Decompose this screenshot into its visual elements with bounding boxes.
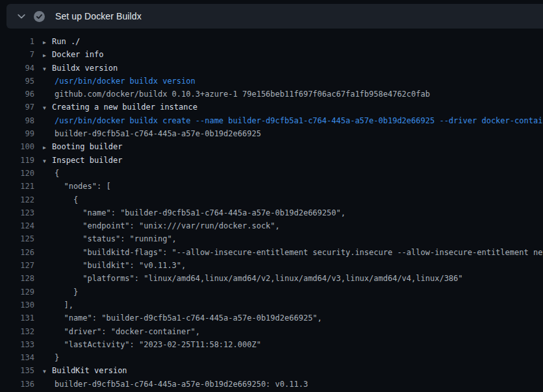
log-line[interactable]: 7 ▶ Docker info [0,48,543,61]
log-line-text: /usr/bin/docker buildx create --name bui… [55,114,543,127]
log-line-text: "platforms": "linux/amd64,linux/amd64/v2… [55,272,463,285]
chevron-down-icon[interactable] [17,12,26,21]
log-line[interactable]: 100 ▶ Booting builder [0,140,543,153]
line-number[interactable]: 125 [0,232,34,245]
log-line-text: "name": "builder-d9cfb5a1-c764-445a-a57e… [55,312,322,325]
log-line: 98 /usr/bin/docker buildx create --name … [0,114,543,127]
log-line-text: "endpoint": "unix:///var/run/docker.sock… [55,219,280,232]
line-number[interactable]: 133 [0,338,34,351]
line-number[interactable]: 124 [0,219,34,232]
log-line: 127 "buildkit": "v0.11.3", [0,259,543,272]
log-line-text: Buildx version [52,62,118,75]
line-number[interactable]: 1 [0,35,34,48]
log-line: 131 "name": "builder-d9cfb5a1-c764-445a-… [0,312,543,325]
log-line-text: "name": "builder-d9cfb5a1-c764-445a-a57e… [55,206,346,219]
line-number[interactable]: 97 [0,101,34,114]
log-line-text: } [55,351,59,364]
log-line: 96 github.com/docker/buildx 0.10.3+azure… [0,88,543,101]
log-line-text: "buildkit": "v0.11.3", [55,259,186,272]
log-line-text: "buildkitd-flags": "--allow-insecure-ent… [55,246,543,259]
line-number[interactable]: 96 [0,88,34,101]
log-line[interactable]: 119 ▼ Inspect builder [0,154,543,167]
log-line-text: "lastActivity": "2023-02-25T11:58:12.000… [55,338,261,351]
line-number[interactable]: 98 [0,114,34,127]
log-line-text: "status": "running", [55,232,177,245]
log-line: 134 } [0,351,543,364]
log-line: 121 "nodes": [ [0,180,543,193]
line-number[interactable]: 119 [0,154,34,167]
line-number[interactable]: 99 [0,127,34,140]
line-number[interactable]: 135 [0,364,34,377]
step-title: Set up Docker Buildx [55,11,142,21]
log-line: 126 "buildkitd-flags": "--allow-insecure… [0,246,543,259]
log-line-text: Creating a new builder instance [52,101,197,114]
log-line-text: ], [55,299,73,312]
line-number[interactable]: 134 [0,351,34,364]
line-number[interactable]: 122 [0,193,34,206]
line-number[interactable]: 95 [0,75,34,88]
line-number[interactable]: 132 [0,325,34,338]
line-number[interactable]: 136 [0,378,34,391]
log-line[interactable]: 97 ▼ Creating a new builder instance [0,101,543,114]
log-line-text: Inspect builder [52,154,122,167]
triangle-down-icon: ▼ [43,63,52,75]
triangle-down-icon: ▼ [43,365,52,377]
log-line[interactable]: 135 ▼ BuildKit version [0,364,543,377]
log-line: 124 "endpoint": "unix:///var/run/docker.… [0,219,543,232]
triangle-down-icon: ▼ [43,155,52,167]
log-line: 123 "name": "builder-d9cfb5a1-c764-445a-… [0,206,543,219]
log-line: 136 builder-d9cfb5a1-c764-445a-a57e-0b19… [0,378,543,391]
line-number[interactable]: 127 [0,259,34,272]
line-number[interactable]: 126 [0,246,34,259]
line-number[interactable]: 121 [0,180,34,193]
log-line-text: { [55,193,78,206]
line-number[interactable]: 7 [0,48,34,61]
log-line-text: "driver": "docker-container", [55,325,200,338]
log-line-text: builder-d9cfb5a1-c764-445a-a57e-0b19d2e6… [55,127,261,140]
line-number[interactable]: 128 [0,272,34,285]
triangle-right-icon: ▶ [43,49,52,61]
line-number[interactable]: 100 [0,140,34,153]
step-header[interactable]: Set up Docker Buildx [6,4,543,29]
log-line-text: github.com/docker/buildx 0.10.3+azure-1 … [55,88,430,101]
log-line-text: } [55,286,78,299]
log-line-text: /usr/bin/docker buildx version [55,75,196,88]
workflow-log-panel: Set up Docker Buildx 1 ▶ Run ./ 7 ▶ Dock… [0,0,543,392]
log-line-text: Docker info [52,48,103,61]
log-line: 132 "driver": "docker-container", [0,325,543,338]
log-line: 95 /usr/bin/docker buildx version [0,75,543,88]
log-line: 133 "lastActivity": "2023-02-25T11:58:12… [0,338,543,351]
check-circle-icon [34,11,45,22]
log-line: 122 { [0,193,543,206]
log-line-text: builder-d9cfb5a1-c764-445a-a57e-0b19d2e6… [55,378,308,391]
log-line: 120 { [0,167,543,180]
line-number[interactable]: 130 [0,299,34,312]
log-line-text: { [55,167,59,180]
line-number[interactable]: 94 [0,62,34,75]
triangle-down-icon: ▼ [43,102,52,114]
log-line: 99 builder-d9cfb5a1-c764-445a-a57e-0b19d… [0,127,543,140]
log-line-text: "nodes": [ [55,180,111,193]
log-line[interactable]: 1 ▶ Run ./ [0,35,543,48]
log-line: 125 "status": "running", [0,232,543,245]
log-lines-container: 1 ▶ Run ./ 7 ▶ Docker info 94 ▼ Buildx v… [0,35,543,391]
line-number[interactable]: 123 [0,206,34,219]
line-number[interactable]: 120 [0,167,34,180]
log-line: 130 ], [0,299,543,312]
line-number[interactable]: 129 [0,286,34,299]
triangle-right-icon: ▶ [43,141,52,153]
line-number[interactable]: 131 [0,312,34,325]
log-line-text: BuildKit version [52,364,127,377]
log-line-text: Booting builder [52,140,122,153]
log-line: 129 } [0,286,543,299]
log-line[interactable]: 94 ▼ Buildx version [0,62,543,75]
log-line-text: Run ./ [52,35,80,48]
triangle-right-icon: ▶ [43,36,52,48]
log-line: 128 "platforms": "linux/amd64,linux/amd6… [0,272,543,285]
